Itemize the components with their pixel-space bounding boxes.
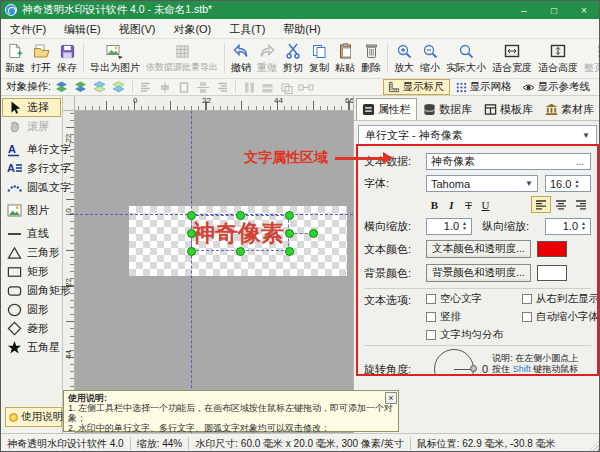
- show-ruler-toggle[interactable]: 显示标尺: [383, 79, 450, 95]
- rotation-dial-handle[interactable]: [470, 365, 477, 372]
- rotation-dial[interactable]: [434, 349, 474, 376]
- full-page-icon: [597, 43, 600, 60]
- toolbar-separator: [132, 81, 133, 93]
- minimize-button[interactable]: –: [509, 1, 539, 19]
- hscale-input[interactable]: 1.0 ▲▼: [426, 218, 472, 235]
- selection-handle-middle-right[interactable]: [285, 229, 294, 238]
- text-color-label: 文本颜色:: [364, 242, 426, 257]
- tool-star[interactable]: 五角星: [2, 338, 61, 357]
- zoom-out-icon: [423, 43, 438, 60]
- watermark-text[interactable]: 神奇像素: [192, 218, 288, 249]
- text-data-input[interactable]: 神奇像素 ...: [426, 153, 591, 170]
- tip-close-button[interactable]: ×: [385, 392, 397, 404]
- checkbox-icon[interactable]: [522, 294, 532, 304]
- open-button[interactable]: 打开: [28, 39, 54, 78]
- tool-line[interactable]: 直线: [2, 224, 61, 243]
- font-size-input[interactable]: 16.0 ▲▼: [545, 175, 591, 192]
- option-even-distribute[interactable]: 文字均匀分布: [426, 328, 522, 342]
- tool-rounded-rectangle[interactable]: 圆角矩形: [2, 281, 61, 300]
- cut-button[interactable]: 剪切: [280, 39, 306, 78]
- copy-button[interactable]: 复制: [306, 39, 332, 78]
- save-button[interactable]: 保存: [54, 39, 80, 78]
- option-auto-shrink[interactable]: 自动缩小字体: [522, 310, 599, 324]
- menu-object[interactable]: 对象(O): [164, 19, 220, 39]
- maximize-button[interactable]: □: [539, 1, 569, 19]
- selection-handle-bottom-left[interactable]: [187, 247, 196, 256]
- tab-properties[interactable]: 属性栏: [356, 98, 417, 120]
- tool-rectangle[interactable]: 矩形: [2, 262, 61, 281]
- actual-size-button[interactable]: 实际大小: [443, 39, 489, 78]
- align-right-button[interactable]: [571, 196, 591, 213]
- help-button[interactable]: 使用说明: [5, 407, 62, 427]
- bring-front-icon[interactable]: [54, 80, 70, 94]
- move-down-layer-icon[interactable]: [111, 80, 127, 94]
- delete-button[interactable]: 删除: [358, 39, 384, 78]
- tab-database[interactable]: 数据库: [417, 98, 478, 120]
- italic-button[interactable]: I: [443, 197, 460, 213]
- tool-circle[interactable]: 圆形: [2, 300, 61, 319]
- menu-tools[interactable]: 工具(T): [220, 19, 274, 39]
- tool-multi-line-text[interactable]: A 多行文字: [2, 159, 61, 178]
- fit-height-button[interactable]: 适合高度: [535, 39, 581, 78]
- selection-handle-bottom-center[interactable]: [236, 247, 245, 256]
- font-select[interactable]: Tahoma ▼: [426, 175, 538, 192]
- checkbox-icon[interactable]: [426, 330, 436, 340]
- checkbox-icon[interactable]: [522, 312, 532, 322]
- more-button[interactable]: ...: [576, 156, 586, 167]
- tool-diamond[interactable]: 菱形: [2, 319, 61, 338]
- undo-button[interactable]: 撤销: [228, 39, 254, 78]
- menu-help[interactable]: 帮助(H): [274, 19, 329, 39]
- checkbox-icon[interactable]: [426, 312, 436, 322]
- checkbox-icon[interactable]: [426, 294, 436, 304]
- send-back-icon[interactable]: [73, 80, 89, 94]
- tool-triangle[interactable]: 三角形: [2, 243, 61, 262]
- vscale-input[interactable]: 1.0 ▲▼: [545, 218, 591, 235]
- spinner-icon[interactable]: ▲▼: [574, 179, 579, 189]
- tab-materials[interactable]: 素材库: [539, 98, 599, 120]
- selection-handle-bottom-right[interactable]: [285, 247, 294, 256]
- bold-button[interactable]: B: [426, 197, 443, 213]
- spinner-icon[interactable]: ▲▼: [462, 221, 467, 231]
- align-center-v-disabled-icon: [195, 80, 211, 94]
- annotation-callout: 文字属性区域: [244, 149, 393, 167]
- close-button[interactable]: ×: [569, 1, 599, 19]
- bg-color-button[interactable]: 背景颜色和透明度...: [426, 264, 531, 282]
- zoom-in-button[interactable]: 放大: [391, 39, 417, 78]
- menu-file[interactable]: 文件(F): [1, 19, 55, 39]
- underline-button[interactable]: U: [477, 197, 494, 213]
- selection-handle-top-center[interactable]: [236, 211, 245, 220]
- object-selector-dropdown[interactable]: 单行文字 - 神奇像素 ▼: [358, 125, 597, 145]
- tab-templates[interactable]: 模板库: [478, 98, 539, 120]
- show-guides-toggle[interactable]: 显示参考线: [518, 79, 595, 95]
- tool-single-line-text[interactable]: A 单行文字: [2, 140, 61, 159]
- text-color-button[interactable]: 文本颜色和透明度...: [426, 240, 531, 258]
- show-grid-toggle[interactable]: 显示网格: [452, 79, 516, 95]
- tool-palette: 选择 滚屏 A 单行文字 A 多行文字 圆弧文字 图片: [1, 96, 63, 433]
- grid-icon: [456, 82, 467, 93]
- spinner-icon[interactable]: ▲▼: [581, 221, 586, 231]
- selection-handle-top-left[interactable]: [187, 211, 196, 220]
- move-up-layer-icon[interactable]: [92, 80, 108, 94]
- export-image-button[interactable]: 导出为图片: [87, 39, 143, 78]
- rotation-handle[interactable]: [309, 229, 318, 238]
- tool-select[interactable]: 选择: [2, 98, 61, 117]
- zoom-out-button[interactable]: 缩小: [417, 39, 443, 78]
- menu-edit[interactable]: 编辑(E): [55, 19, 110, 39]
- strikethrough-button[interactable]: T: [460, 197, 477, 213]
- fit-width-button[interactable]: 适合宽度: [489, 39, 535, 78]
- selection-handle-top-right[interactable]: [285, 211, 294, 220]
- option-hollow-text[interactable]: 空心文字: [426, 292, 522, 306]
- option-right-to-left[interactable]: 从右到左显示: [522, 292, 599, 306]
- tool-arc-text[interactable]: 圆弧文字: [2, 178, 61, 197]
- resize-grip[interactable]: [587, 441, 599, 452]
- selection-handle-middle-left[interactable]: [187, 229, 196, 238]
- align-center-button[interactable]: [551, 196, 571, 213]
- paste-button[interactable]: 粘贴: [332, 39, 358, 78]
- menu-bar: 文件(F) 编辑(E) 视图(V) 对象(O) 工具(T) 帮助(H): [1, 19, 599, 39]
- option-vertical[interactable]: 竖排: [426, 310, 522, 324]
- window-title: 神奇透明水印设计软件 4.0 - 未命名1.stb*: [22, 3, 212, 17]
- tool-image[interactable]: 图片: [2, 201, 61, 220]
- align-left-button[interactable]: [531, 196, 551, 213]
- menu-view[interactable]: 视图(V): [110, 19, 165, 39]
- new-button[interactable]: 新建: [2, 39, 28, 78]
